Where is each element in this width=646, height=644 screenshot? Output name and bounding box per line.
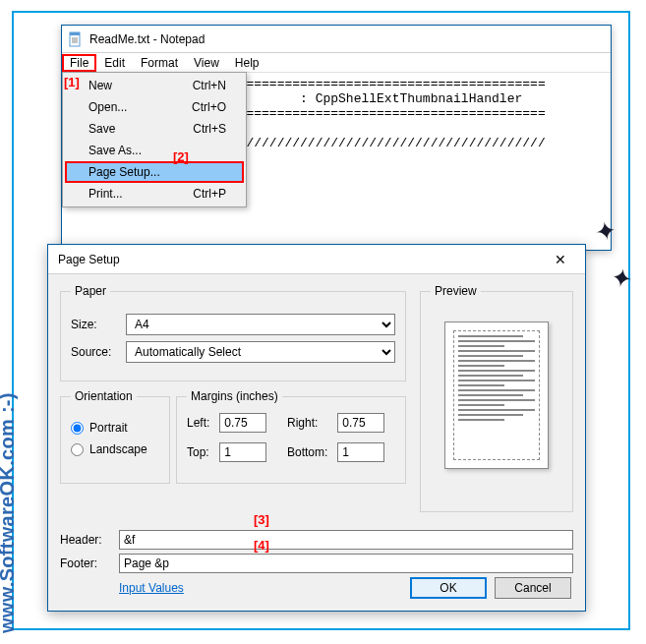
paper-legend: Paper (71, 284, 110, 298)
decorative-figure-icon: ✦ (608, 262, 634, 295)
preview-page (444, 322, 549, 469)
notepad-icon (68, 31, 84, 47)
menu-item-open[interactable]: Open... Ctrl+O (65, 96, 244, 118)
footer-input[interactable] (119, 554, 573, 573)
source-label: Source: (71, 345, 126, 359)
portrait-radio[interactable] (71, 422, 84, 435)
size-label: Size: (71, 318, 126, 331)
orientation-group: Orientation Portrait Landscape (60, 389, 170, 484)
menu-item-shortcut: Ctrl+O (192, 100, 226, 114)
header-label: Header: (60, 533, 119, 547)
header-input[interactable] (119, 530, 573, 550)
menu-item-save[interactable]: Save Ctrl+S (65, 118, 244, 140)
size-combo[interactable]: A4 (126, 314, 395, 335)
margin-left-input[interactable] (219, 413, 266, 433)
footer-label: Footer: (60, 556, 119, 570)
portrait-label: Portrait (89, 421, 128, 435)
menu-item-saveas[interactable]: Save As... (65, 140, 244, 161)
notepad-title: ReadMe.txt - Notepad (89, 32, 205, 46)
menu-item-shortcut: Ctrl+S (193, 122, 226, 136)
annotation-4: [4] (254, 538, 269, 553)
menu-item-label: Print... (88, 187, 123, 201)
menu-item-label: Page Setup... (88, 165, 160, 179)
menu-item-label: Save As... (88, 144, 142, 157)
menu-item-shortcut: Ctrl+P (193, 187, 226, 201)
margin-left-label: Left: (187, 416, 209, 430)
annotation-1: [1] (64, 75, 80, 89)
landscape-label: Landscape (89, 442, 147, 456)
preview-legend: Preview (431, 284, 481, 298)
menu-item-label: New (88, 79, 112, 92)
menu-edit[interactable]: Edit (96, 54, 133, 72)
dialog-titlebar[interactable]: Page Setup ✕ (48, 245, 585, 274)
preview-group: Preview (420, 284, 573, 512)
margin-bottom-label: Bottom: (287, 445, 327, 459)
menu-item-new[interactable]: New Ctrl+N (65, 75, 244, 96)
menu-item-shortcut: Ctrl+N (193, 79, 226, 92)
watermark-text: www.SoftwareOK.com :-) (0, 392, 19, 633)
dialog-title: Page Setup (58, 253, 120, 266)
margin-right-label: Right: (287, 416, 327, 430)
menu-item-label: Save (88, 122, 115, 136)
preview-inner (453, 330, 540, 460)
close-icon: ✕ (555, 252, 566, 267)
margins-legend: Margins (inches) (187, 389, 282, 403)
menu-item-pagesetup[interactable]: Page Setup... (65, 161, 244, 183)
annotation-3: [3] (254, 512, 269, 527)
menu-help[interactable]: Help (227, 54, 267, 72)
margins-group: Margins (inches) Left: Right: Top: Botto… (176, 389, 406, 484)
menu-item-label: Open... (88, 100, 127, 114)
margin-top-label: Top: (187, 445, 209, 459)
margin-top-input[interactable] (219, 442, 266, 462)
menu-format[interactable]: Format (133, 54, 186, 72)
menu-file[interactable]: File (62, 54, 96, 72)
margin-right-input[interactable] (337, 413, 384, 433)
menu-view[interactable]: View (186, 54, 227, 72)
input-values-link[interactable]: Input Values (119, 581, 184, 595)
annotation-2: [2] (173, 149, 189, 164)
margin-bottom-input[interactable] (337, 442, 384, 462)
file-menu-dropdown: New Ctrl+N Open... Ctrl+O Save Ctrl+S Sa… (62, 72, 247, 207)
cancel-button[interactable]: Cancel (495, 577, 571, 599)
paper-group: Paper Size: A4 Source: Automatically Sel… (60, 284, 406, 381)
source-combo[interactable]: Automatically Select (126, 341, 395, 363)
notepad-menubar: File Edit Format View Help (62, 53, 611, 73)
page-setup-dialog: Page Setup ✕ Paper Size: A4 Source: Auto… (47, 244, 586, 612)
landscape-radio[interactable] (71, 443, 84, 456)
notepad-titlebar[interactable]: ReadMe.txt - Notepad (62, 26, 611, 53)
orientation-legend: Orientation (71, 389, 137, 403)
svg-rect-1 (70, 32, 80, 35)
ok-button[interactable]: OK (410, 577, 487, 599)
menu-item-print[interactable]: Print... Ctrl+P (65, 183, 244, 205)
close-button[interactable]: ✕ (540, 246, 581, 273)
